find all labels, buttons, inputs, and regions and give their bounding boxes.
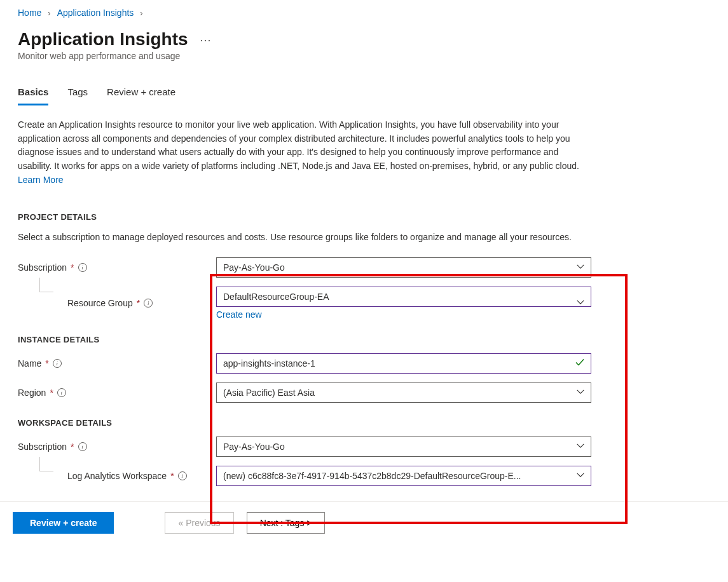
more-icon[interactable]: ⋯ <box>200 33 212 47</box>
info-icon[interactable]: i <box>78 263 87 272</box>
tabs: Basics Tags Review + create <box>18 83 710 105</box>
log-analytics-workspace-dropdown[interactable]: (new) c6c88fc8-3e7f-4917-914b-5437c2b8dc… <box>216 466 591 486</box>
info-icon[interactable]: i <box>144 299 153 308</box>
tab-review-create[interactable]: Review + create <box>107 83 175 105</box>
previous-button: « Previous <box>165 512 233 534</box>
page-title: Application Insights <box>18 29 188 50</box>
region-dropdown[interactable]: (Asia Pacific) East Asia <box>216 382 591 403</box>
intro-text: Create an Application Insights resource … <box>18 118 590 187</box>
breadcrumb-home[interactable]: Home <box>18 8 41 18</box>
create-new-link[interactable]: Create new <box>216 309 262 320</box>
learn-more-link[interactable]: Learn More <box>18 175 64 185</box>
workspace-subscription-label: Subscription <box>18 442 67 452</box>
region-label: Region <box>18 388 46 398</box>
tab-tags[interactable]: Tags <box>67 83 88 105</box>
required-icon: * <box>71 442 74 452</box>
log-analytics-workspace-label: Log Analytics Workspace <box>67 471 167 481</box>
breadcrumb: Home › Application Insights › <box>18 8 710 18</box>
info-icon[interactable]: i <box>53 359 62 368</box>
info-icon[interactable]: i <box>178 471 187 480</box>
footer: Review + create « Previous Next : Tags > <box>0 501 728 544</box>
instance-details-heading: INSTANCE DETAILS <box>18 335 710 344</box>
review-create-button[interactable]: Review + create <box>13 512 114 534</box>
name-input[interactable]: app-insights-instance-1 <box>216 353 591 374</box>
name-label: Name <box>18 358 41 369</box>
resource-group-label: Resource Group <box>67 298 133 308</box>
resource-group-dropdown[interactable]: DefaultResourceGroup-EA <box>216 287 591 307</box>
project-details-desc: Select a subscription to manage deployed… <box>18 231 628 245</box>
required-icon: * <box>71 262 74 273</box>
chevron-right-icon: › <box>140 8 142 18</box>
subscription-dropdown[interactable]: Pay-As-You-Go <box>216 257 591 278</box>
required-icon: * <box>45 358 48 369</box>
workspace-details-heading: WORKSPACE DETAILS <box>18 418 710 428</box>
required-icon: * <box>170 471 174 481</box>
info-icon[interactable]: i <box>78 442 87 451</box>
workspace-subscription-dropdown[interactable]: Pay-As-You-Go <box>216 436 591 457</box>
required-icon: * <box>50 388 53 398</box>
required-icon: * <box>137 298 140 308</box>
check-icon <box>575 358 585 370</box>
info-icon[interactable]: i <box>57 388 66 397</box>
subscription-label: Subscription <box>18 262 67 273</box>
next-button[interactable]: Next : Tags > <box>247 512 326 534</box>
breadcrumb-app-insights[interactable]: Application Insights <box>57 8 134 18</box>
page-subtitle: Monitor web app performance and usage <box>18 51 710 61</box>
chevron-right-icon: › <box>48 8 50 18</box>
tab-basics[interactable]: Basics <box>18 83 48 105</box>
project-details-heading: PROJECT DETAILS <box>18 212 710 222</box>
